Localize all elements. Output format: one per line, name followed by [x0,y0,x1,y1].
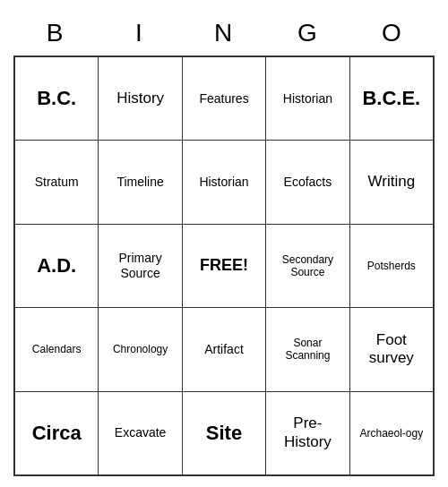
cell-r1-c5: B.C.E. [350,57,433,140]
bingo-row: Stratum Timeline Historian Ecofacts Writ… [15,141,433,224]
cell-r1-c3: Features [183,57,266,140]
cell-r5-c2: Excavate [99,392,182,474]
cell-r3-c4: Secondary Source [266,225,349,307]
cell-r4-c5: Foot survey [350,308,433,390]
bingo-header: B I N G O [13,11,435,56]
header-n: N [182,11,266,56]
bingo-row: Calendars Chronology Artifact Sonar Scan… [15,308,433,391]
cell-r3-c1: A.D. [15,225,99,307]
cell-r4-c2: Chronology [99,308,182,390]
cell-r5-c1: Circa [15,392,99,474]
header-o: O [350,11,435,56]
cell-r1-c1: B.C. [15,57,99,140]
cell-r1-c2: History [99,57,182,140]
bingo-row: B.C. History Features Historian B.C.E. [15,57,433,141]
cell-r5-c4: Pre-History [266,392,349,474]
cell-r2-c3: Historian [183,141,266,223]
cell-r2-c2: Timeline [99,141,182,223]
cell-r2-c4: Ecofacts [266,141,349,223]
cell-r2-c5: Writing [350,141,433,223]
cell-r3-c5: Potsherds [350,225,433,307]
bingo-card: B I N G O B.C. History Features Historia… [13,11,435,476]
header-b: B [13,11,98,56]
bingo-row: A.D. Primary Source FREE! Secondary Sour… [15,225,433,308]
cell-r4-c4: Sonar Scanning [266,308,349,390]
cell-r3-c3-free: FREE! [183,225,266,307]
bingo-grid: B.C. History Features Historian B.C.E. S… [13,56,435,476]
cell-r3-c2: Primary Source [99,225,182,307]
cell-r4-c1: Calendars [15,308,99,390]
cell-r5-c5: Archaeol-ogy [350,392,433,474]
cell-r1-c4: Historian [266,57,349,140]
bingo-row: Circa Excavate Site Pre-History Archaeol… [15,392,433,474]
header-i: I [98,11,182,56]
cell-r5-c3: Site [183,392,266,474]
cell-r2-c1: Stratum [15,141,99,223]
header-g: G [266,11,350,56]
cell-r4-c3: Artifact [183,308,266,390]
